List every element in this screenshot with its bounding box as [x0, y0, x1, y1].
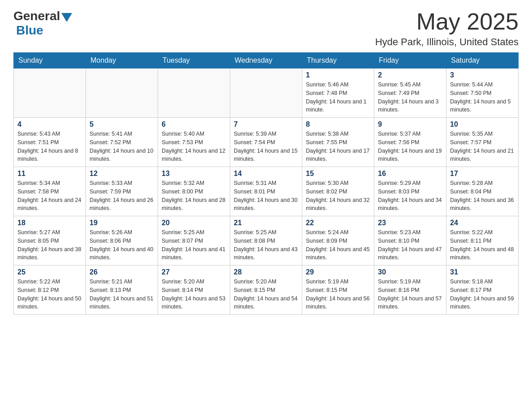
- day-number: 18: [17, 219, 82, 227]
- day-info: Sunrise: 5:38 AMSunset: 7:55 PMDaylight:…: [306, 130, 370, 163]
- day-info: Sunrise: 5:28 AMSunset: 8:04 PMDaylight:…: [450, 179, 515, 213]
- day-info: Sunrise: 5:40 AMSunset: 7:53 PMDaylight:…: [162, 130, 226, 163]
- day-number: 26: [90, 268, 154, 276]
- calendar-cell: [86, 68, 158, 118]
- calendar-cell: 2Sunrise: 5:45 AMSunset: 7:49 PMDaylight…: [374, 68, 446, 118]
- calendar-body: 1Sunrise: 5:46 AMSunset: 7:48 PMDaylight…: [14, 68, 519, 315]
- day-number: 3: [450, 71, 515, 79]
- day-number: 7: [234, 120, 298, 128]
- day-info: Sunrise: 5:41 AMSunset: 7:52 PMDaylight:…: [90, 130, 154, 163]
- day-info: Sunrise: 5:20 AMSunset: 8:15 PMDaylight:…: [234, 278, 298, 311]
- calendar-week-3: 11Sunrise: 5:34 AMSunset: 7:58 PMDayligh…: [14, 167, 519, 216]
- day-number: 25: [17, 268, 82, 276]
- calendar-cell: 10Sunrise: 5:35 AMSunset: 7:57 PMDayligh…: [446, 118, 519, 167]
- calendar-cell: 22Sunrise: 5:24 AMSunset: 8:09 PMDayligh…: [302, 216, 374, 265]
- day-info: Sunrise: 5:23 AMSunset: 8:10 PMDaylight:…: [378, 228, 442, 262]
- day-info: Sunrise: 5:26 AMSunset: 8:06 PMDaylight:…: [90, 228, 154, 262]
- day-info: Sunrise: 5:39 AMSunset: 7:54 PMDaylight:…: [234, 130, 298, 163]
- day-number: 28: [234, 268, 298, 276]
- calendar-cell: 20Sunrise: 5:25 AMSunset: 8:07 PMDayligh…: [158, 216, 230, 265]
- day-number: 9: [378, 120, 442, 128]
- header-day-monday: Monday: [86, 53, 158, 68]
- calendar-cell: 18Sunrise: 5:27 AMSunset: 8:05 PMDayligh…: [14, 216, 86, 265]
- day-info: Sunrise: 5:37 AMSunset: 7:56 PMDaylight:…: [378, 130, 442, 163]
- month-year-title: May 2025: [375, 9, 519, 34]
- calendar-cell: 21Sunrise: 5:25 AMSunset: 8:08 PMDayligh…: [230, 216, 302, 265]
- day-info: Sunrise: 5:24 AMSunset: 8:09 PMDaylight:…: [306, 228, 370, 262]
- header-day-saturday: Saturday: [446, 53, 519, 68]
- header-day-sunday: Sunday: [14, 53, 86, 68]
- calendar-cell: 12Sunrise: 5:33 AMSunset: 7:59 PMDayligh…: [86, 167, 158, 216]
- day-number: 16: [378, 170, 442, 178]
- calendar-table: SundayMondayTuesdayWednesdayThursdayFrid…: [13, 52, 519, 315]
- day-info: Sunrise: 5:45 AMSunset: 7:49 PMDaylight:…: [378, 81, 442, 114]
- day-number: 11: [17, 170, 82, 178]
- calendar-week-1: 1Sunrise: 5:46 AMSunset: 7:48 PMDaylight…: [14, 68, 519, 118]
- day-number: 27: [162, 268, 226, 276]
- title-area: May 2025 Hyde Park, Illinois, United Sta…: [375, 9, 519, 48]
- calendar-cell: 13Sunrise: 5:32 AMSunset: 8:00 PMDayligh…: [158, 167, 230, 216]
- calendar-cell: 8Sunrise: 5:38 AMSunset: 7:55 PMDaylight…: [302, 118, 374, 167]
- day-info: Sunrise: 5:27 AMSunset: 8:05 PMDaylight:…: [17, 228, 82, 262]
- day-number: 23: [378, 219, 442, 227]
- calendar-cell: 24Sunrise: 5:22 AMSunset: 8:11 PMDayligh…: [446, 216, 519, 265]
- calendar-cell: 17Sunrise: 5:28 AMSunset: 8:04 PMDayligh…: [446, 167, 519, 216]
- day-info: Sunrise: 5:43 AMSunset: 7:51 PMDaylight:…: [17, 130, 82, 163]
- day-number: 5: [90, 120, 154, 128]
- header-row: SundayMondayTuesdayWednesdayThursdayFrid…: [14, 53, 519, 68]
- day-number: 20: [162, 219, 226, 227]
- day-info: Sunrise: 5:35 AMSunset: 7:57 PMDaylight:…: [450, 130, 515, 163]
- calendar-cell: 26Sunrise: 5:21 AMSunset: 8:13 PMDayligh…: [86, 265, 158, 315]
- calendar-cell: 15Sunrise: 5:30 AMSunset: 8:02 PMDayligh…: [302, 167, 374, 216]
- day-info: Sunrise: 5:32 AMSunset: 8:00 PMDaylight:…: [162, 179, 226, 213]
- calendar-week-5: 25Sunrise: 5:22 AMSunset: 8:12 PMDayligh…: [14, 265, 519, 315]
- day-info: Sunrise: 5:18 AMSunset: 8:17 PMDaylight:…: [450, 278, 515, 311]
- day-number: 13: [162, 170, 226, 178]
- header-day-tuesday: Tuesday: [158, 53, 230, 68]
- day-info: Sunrise: 5:20 AMSunset: 8:14 PMDaylight:…: [162, 278, 226, 311]
- day-number: 14: [234, 170, 298, 178]
- day-info: Sunrise: 5:19 AMSunset: 8:15 PMDaylight:…: [306, 278, 370, 311]
- logo-general-text: General: [13, 9, 60, 23]
- day-info: Sunrise: 5:34 AMSunset: 7:58 PMDaylight:…: [17, 179, 82, 213]
- day-number: 29: [306, 268, 370, 276]
- day-number: 8: [306, 120, 370, 128]
- day-number: 1: [306, 71, 370, 79]
- logo-arrow-icon: [61, 13, 72, 22]
- calendar-cell: 6Sunrise: 5:40 AMSunset: 7:53 PMDaylight…: [158, 118, 230, 167]
- logo: General Blue: [13, 9, 72, 38]
- day-number: 12: [90, 170, 154, 178]
- calendar-cell: [230, 68, 302, 118]
- calendar-cell: 23Sunrise: 5:23 AMSunset: 8:10 PMDayligh…: [374, 216, 446, 265]
- calendar-cell: 4Sunrise: 5:43 AMSunset: 7:51 PMDaylight…: [14, 118, 86, 167]
- calendar-cell: 9Sunrise: 5:37 AMSunset: 7:56 PMDaylight…: [374, 118, 446, 167]
- day-number: 17: [450, 170, 515, 178]
- day-info: Sunrise: 5:30 AMSunset: 8:02 PMDaylight:…: [306, 179, 370, 213]
- header-day-friday: Friday: [374, 53, 446, 68]
- calendar-cell: [158, 68, 230, 118]
- calendar-cell: 14Sunrise: 5:31 AMSunset: 8:01 PMDayligh…: [230, 167, 302, 216]
- calendar-cell: 29Sunrise: 5:19 AMSunset: 8:15 PMDayligh…: [302, 265, 374, 315]
- day-number: 4: [17, 120, 82, 128]
- day-info: Sunrise: 5:22 AMSunset: 8:11 PMDaylight:…: [450, 228, 515, 262]
- day-number: 19: [90, 219, 154, 227]
- logo-blue-text: Blue: [16, 23, 43, 38]
- day-info: Sunrise: 5:29 AMSunset: 8:03 PMDaylight:…: [378, 179, 442, 213]
- calendar-cell: 28Sunrise: 5:20 AMSunset: 8:15 PMDayligh…: [230, 265, 302, 315]
- calendar-cell: 27Sunrise: 5:20 AMSunset: 8:14 PMDayligh…: [158, 265, 230, 315]
- calendar-cell: 19Sunrise: 5:26 AMSunset: 8:06 PMDayligh…: [86, 216, 158, 265]
- day-number: 31: [450, 268, 515, 276]
- day-number: 30: [378, 268, 442, 276]
- calendar-cell: 1Sunrise: 5:46 AMSunset: 7:48 PMDaylight…: [302, 68, 374, 118]
- day-number: 6: [162, 120, 226, 128]
- calendar-cell: 31Sunrise: 5:18 AMSunset: 8:17 PMDayligh…: [446, 265, 519, 315]
- day-info: Sunrise: 5:33 AMSunset: 7:59 PMDaylight:…: [90, 179, 154, 213]
- calendar-cell: 16Sunrise: 5:29 AMSunset: 8:03 PMDayligh…: [374, 167, 446, 216]
- day-info: Sunrise: 5:22 AMSunset: 8:12 PMDaylight:…: [17, 278, 82, 311]
- calendar-week-2: 4Sunrise: 5:43 AMSunset: 7:51 PMDaylight…: [14, 118, 519, 167]
- day-info: Sunrise: 5:19 AMSunset: 8:16 PMDaylight:…: [378, 278, 442, 311]
- header-day-wednesday: Wednesday: [230, 53, 302, 68]
- calendar-header: SundayMondayTuesdayWednesdayThursdayFrid…: [14, 53, 519, 68]
- day-info: Sunrise: 5:25 AMSunset: 8:08 PMDaylight:…: [234, 228, 298, 262]
- day-info: Sunrise: 5:21 AMSunset: 8:13 PMDaylight:…: [90, 278, 154, 311]
